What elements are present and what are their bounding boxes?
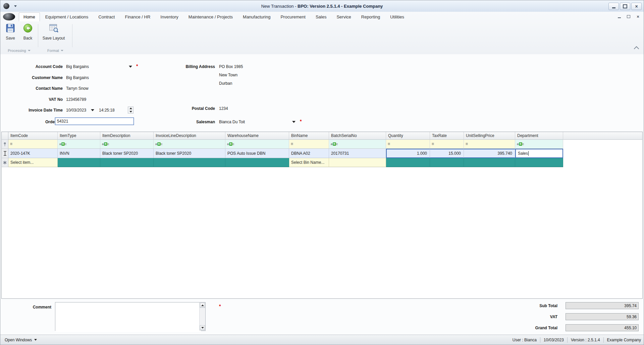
new-row-cell-itemtype[interactable] (58, 158, 100, 167)
column-header-warehousename[interactable]: WarehouseName (225, 132, 289, 140)
grid-cell-itemtype[interactable]: INVN (58, 149, 100, 158)
new-row-cell-unitsellingprice[interactable] (464, 158, 515, 167)
equals-filter-icon: = (291, 142, 293, 146)
mdi-minimize-button[interactable] (616, 14, 622, 19)
save-layout-button[interactable]: Save Layout (39, 23, 68, 41)
new-row-cell-batchserialno[interactable] (329, 158, 386, 167)
status-date: 10/03/2023 (544, 338, 564, 342)
ribbon-tab-reporting[interactable]: Reporting (357, 12, 385, 21)
spinner-up-icon[interactable] (129, 108, 132, 109)
filter-cell-batchserialno[interactable]: aBc (329, 140, 386, 149)
filter-cell-warehousename[interactable]: aBc (225, 140, 289, 149)
filter-cell-binname[interactable]: = (289, 140, 329, 149)
ribbon-tab-finance-hr[interactable]: Finance / HR (120, 12, 155, 21)
new-row-cell-invoicelinedescription[interactable] (154, 158, 225, 167)
invoice-date-value[interactable]: 10/03/2023 (66, 108, 86, 113)
ribbon-tab-inventory[interactable]: Inventory (156, 12, 183, 21)
filter-cell-taxrate[interactable]: = (430, 140, 464, 149)
bpo-logo-icon[interactable] (3, 13, 15, 20)
new-row-cell-itemcode[interactable]: Select item... (8, 158, 58, 167)
new-row-cell-taxrate[interactable] (430, 158, 464, 167)
restore-button[interactable] (620, 3, 630, 10)
order-no-label: Order No (2, 120, 63, 124)
grid-cell-department[interactable]: Sales (515, 149, 563, 158)
required-asterisk: * (136, 63, 138, 69)
filter-cell-itemcode[interactable]: = (8, 140, 58, 149)
collapse-ribbon-icon[interactable] (634, 46, 639, 52)
back-arrow-icon (23, 23, 33, 33)
salesman-dropdown-icon[interactable] (291, 119, 297, 125)
billing-address-line3: Durban (219, 81, 232, 86)
grid-cell-itemdescription[interactable]: Black toner SP2020 (100, 149, 154, 158)
save-button[interactable]: Save (2, 23, 18, 41)
grid-cell-unitsellingprice[interactable]: 395.740 (464, 149, 515, 158)
customer-name-value: Big Bargains (66, 75, 89, 80)
column-header-itemdescription[interactable]: ItemDescription (100, 132, 154, 140)
back-button[interactable]: Back (20, 23, 36, 41)
spinner-down-icon[interactable] (129, 111, 132, 113)
grid-cell-warehousename[interactable]: POS Auto Issue DBN (225, 149, 289, 158)
grid-cell-itemcode[interactable]: 2020-147K (8, 149, 58, 158)
ribbon-tab-procurement[interactable]: Procurement (276, 12, 310, 21)
format-group-expand-icon[interactable] (61, 50, 63, 51)
column-header-department[interactable]: Department (515, 132, 563, 140)
comment-scroll-down-button[interactable] (200, 325, 205, 330)
ribbon-group-separator (72, 24, 72, 47)
total-row-grand-total: Grand Total455.10 (535, 324, 639, 331)
ribbon-tab-equipment-locations[interactable]: Equipment / Locations (41, 12, 93, 21)
order-no-input[interactable]: 54321 (55, 118, 134, 125)
new-row-cell-department[interactable] (515, 158, 563, 167)
filter-cell-department[interactable]: aBc (515, 140, 563, 149)
grid-cell-batchserialno[interactable]: 20170731 (329, 149, 386, 158)
ribbon-tab-sales[interactable]: Sales (311, 12, 331, 21)
status-separator (540, 337, 540, 343)
mdi-restore-button[interactable] (626, 14, 632, 19)
scroll-up-icon (201, 304, 204, 306)
comment-input[interactable] (55, 302, 201, 332)
ribbon-tab-maintenance-projects[interactable]: Maintenance / Projects (184, 12, 237, 21)
grid-cell-quantity[interactable]: 1.000 (386, 149, 430, 158)
filter-cell-invoicelinedescription[interactable]: aBc (154, 140, 225, 149)
filter-cell-quantity[interactable]: = (386, 140, 430, 149)
filter-cell-itemtype[interactable]: aBc (58, 140, 100, 149)
column-header-taxrate[interactable]: TaxRate (430, 132, 464, 140)
column-header-itemtype[interactable]: ItemType (58, 132, 100, 140)
new-row-cell-warehousename[interactable] (225, 158, 289, 167)
salesman-value[interactable]: Bianca Du Toit (219, 120, 245, 124)
invoice-time-spinner[interactable] (128, 107, 133, 114)
minimize-button[interactable] (608, 3, 619, 10)
processing-group-expand-icon[interactable] (28, 50, 31, 51)
filter-cell-unitsellingprice[interactable]: = (464, 140, 515, 149)
close-button[interactable]: × (631, 3, 642, 10)
account-code-value[interactable]: Big Bargains (66, 64, 89, 69)
mdi-close-button[interactable]: × (635, 14, 641, 19)
new-row-cell-itemdescription[interactable] (100, 158, 154, 167)
new-row-cell-quantity[interactable] (386, 158, 430, 167)
column-header-binname[interactable]: BinName (289, 132, 329, 140)
ribbon-tab-service[interactable]: Service (332, 12, 356, 21)
grid-cell-taxrate[interactable]: 15.000 (430, 149, 464, 158)
account-code-dropdown-icon[interactable] (128, 64, 133, 69)
new-row-cell-binname[interactable]: Select Bin Name... (289, 158, 329, 167)
invoice-date-dropdown-icon[interactable] (90, 108, 95, 113)
column-header-itemcode[interactable]: ItemCode (8, 132, 58, 140)
column-header-unitsellingprice[interactable]: UnitSellingPrice (464, 132, 515, 140)
filter-cell-itemdescription[interactable]: aBc (100, 140, 154, 149)
ribbon-tab-utilities[interactable]: Utilities (385, 12, 409, 21)
grid-corner-indicator (2, 132, 8, 140)
grid-cell-binname[interactable]: DBNA A02 (289, 149, 329, 158)
open-windows-label: Open Windows (5, 338, 32, 342)
comment-label: Comment (0, 305, 51, 309)
application-window: New Transaction - BPO: Version 2.5.1.4 -… (0, 0, 644, 345)
ribbon-tab-home[interactable]: Home (19, 12, 40, 21)
column-header-invoicelinedescription[interactable]: InvoiceLineDescription (154, 132, 225, 140)
column-header-batchserialno[interactable]: BatchSerialNo (329, 132, 386, 140)
invoice-time-value[interactable]: 14:25:18 (99, 108, 115, 113)
column-header-quantity[interactable]: Quantity (386, 132, 430, 140)
ribbon-tab-contract[interactable]: Contract (94, 12, 119, 21)
comment-scrollbar[interactable] (199, 302, 205, 331)
open-windows-button[interactable]: Open Windows (3, 337, 39, 343)
grid-cell-invoicelinedescription[interactable]: Black toner SP2020 (154, 149, 225, 158)
comment-scroll-up-button[interactable] (200, 303, 205, 308)
ribbon-tab-manufacturing[interactable]: Manufacturing (238, 12, 275, 21)
